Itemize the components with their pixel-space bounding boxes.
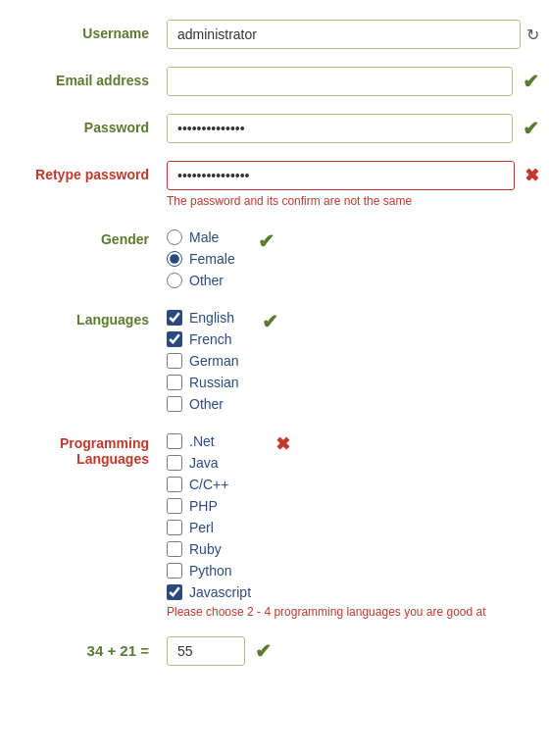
retype-password-input-wrapper: ✖ <box>167 161 539 190</box>
refresh-icon[interactable]: ↻ <box>526 25 539 44</box>
lang-german-item[interactable]: German <box>167 353 239 369</box>
retype-password-error: The password and its confirm are not the… <box>167 194 412 208</box>
email-label: Email address <box>10 67 167 88</box>
prog-javascript-item[interactable]: Javascript <box>167 584 251 600</box>
math-input[interactable] <box>167 636 245 666</box>
languages-label: Languages <box>10 306 167 328</box>
gender-check-icon: ✔ <box>258 229 274 253</box>
gender-other-radio[interactable] <box>167 273 182 288</box>
gender-row: Gender Male Female Other ✔ <box>10 226 539 288</box>
gender-other-item[interactable]: Other <box>167 273 235 288</box>
gender-other-label: Other <box>189 273 224 288</box>
lang-other-label: Other <box>189 396 224 412</box>
gender-row-inner: Male Female Other ✔ <box>167 226 539 288</box>
prog-languages-label: Programming Languages <box>10 429 167 467</box>
lang-english-label: English <box>189 310 234 326</box>
prog-perl-checkbox[interactable] <box>167 520 182 535</box>
gender-female-radio[interactable] <box>167 251 182 267</box>
password-content: ✔ <box>167 114 539 143</box>
retype-password-label: Retype password <box>10 161 167 182</box>
gender-content: Male Female Other ✔ <box>167 226 539 288</box>
email-check-icon: ✔ <box>523 70 539 93</box>
lang-russian-label: Russian <box>189 375 239 390</box>
prog-languages-x-col: ✖ <box>251 429 290 455</box>
prog-languages-checkbox-group: .Net Java C/C++ PHP Perl <box>167 429 251 600</box>
languages-row: Languages English French German Russia <box>10 306 539 412</box>
math-check-icon: ✔ <box>255 639 272 663</box>
math-content: ✔ <box>167 636 539 666</box>
lang-english-checkbox[interactable] <box>167 310 182 326</box>
email-row: Email address ✔ <box>10 67 539 96</box>
math-label: 34 + 21 = <box>10 636 167 659</box>
prog-javascript-checkbox[interactable] <box>167 584 182 600</box>
prog-java-checkbox[interactable] <box>167 455 182 471</box>
password-label: Password <box>10 114 167 135</box>
prog-ruby-label: Ruby <box>189 541 222 557</box>
prog-perl-item[interactable]: Perl <box>167 520 251 535</box>
prog-python-item[interactable]: Python <box>167 563 251 579</box>
prog-python-checkbox[interactable] <box>167 563 182 579</box>
prog-dotnet-checkbox[interactable] <box>167 433 182 449</box>
username-input-wrapper: ↻ <box>167 20 539 49</box>
retype-password-input[interactable] <box>167 161 515 190</box>
username-input[interactable] <box>167 20 521 49</box>
languages-check-col: ✔ <box>239 306 278 333</box>
lang-french-label: French <box>189 331 232 347</box>
email-input[interactable] <box>167 67 513 96</box>
gender-female-label: Female <box>189 251 235 267</box>
lang-russian-item[interactable]: Russian <box>167 375 239 390</box>
gender-male-label: Male <box>189 229 219 245</box>
gender-check-col: ✔ <box>235 226 274 253</box>
gender-male-radio[interactable] <box>167 229 182 245</box>
gender-label: Gender <box>10 226 167 247</box>
username-label: Username <box>10 20 167 41</box>
retype-password-x-icon: ✖ <box>524 165 539 186</box>
lang-russian-checkbox[interactable] <box>167 375 182 390</box>
languages-checkbox-group: English French German Russian Other <box>167 306 239 412</box>
prog-cpp-label: C/C++ <box>189 477 228 492</box>
lang-other-item[interactable]: Other <box>167 396 239 412</box>
prog-php-label: PHP <box>189 498 218 514</box>
password-input-wrapper: ✔ <box>167 114 539 143</box>
math-expression: 34 + 21 = <box>87 642 149 659</box>
retype-password-content: ✖ The password and its confirm are not t… <box>167 161 539 208</box>
prog-python-label: Python <box>189 563 232 579</box>
lang-french-checkbox[interactable] <box>167 331 182 347</box>
password-input[interactable] <box>167 114 513 143</box>
retype-password-row: Retype password ✖ The password and its c… <box>10 161 539 208</box>
lang-english-item[interactable]: English <box>167 310 239 326</box>
math-input-wrapper: ✔ <box>167 636 539 666</box>
lang-other-checkbox[interactable] <box>167 396 182 412</box>
username-content: ↻ <box>167 20 539 49</box>
prog-cpp-checkbox[interactable] <box>167 477 182 492</box>
lang-german-label: German <box>189 353 239 369</box>
prog-perl-label: Perl <box>189 520 214 535</box>
username-row: Username ↻ <box>10 20 539 49</box>
prog-java-item[interactable]: Java <box>167 455 251 471</box>
lang-german-checkbox[interactable] <box>167 353 182 369</box>
prog-php-checkbox[interactable] <box>167 498 182 514</box>
lang-french-item[interactable]: French <box>167 331 239 347</box>
prog-ruby-item[interactable]: Ruby <box>167 541 251 557</box>
prog-ruby-checkbox[interactable] <box>167 541 182 557</box>
math-row: 34 + 21 = ✔ <box>10 636 539 666</box>
prog-languages-row-inner: .Net Java C/C++ PHP Perl <box>167 429 539 600</box>
gender-radio-group: Male Female Other <box>167 226 235 288</box>
password-check-icon: ✔ <box>523 117 539 140</box>
gender-male-item[interactable]: Male <box>167 229 235 245</box>
languages-row-inner: English French German Russian Other <box>167 306 539 412</box>
prog-dotnet-label: .Net <box>189 433 215 449</box>
prog-languages-content: .Net Java C/C++ PHP Perl <box>167 429 539 619</box>
prog-javascript-label: Javascript <box>189 584 251 600</box>
gender-female-item[interactable]: Female <box>167 251 235 267</box>
prog-java-label: Java <box>189 455 219 471</box>
prog-php-item[interactable]: PHP <box>167 498 251 514</box>
prog-dotnet-item[interactable]: .Net <box>167 433 251 449</box>
languages-check-icon: ✔ <box>262 310 278 333</box>
prog-languages-x-icon: ✖ <box>275 433 290 455</box>
email-input-wrapper: ✔ <box>167 67 539 96</box>
prog-languages-row: Programming Languages .Net Java C/C++ <box>10 429 539 619</box>
email-content: ✔ <box>167 67 539 96</box>
password-row: Password ✔ <box>10 114 539 143</box>
prog-cpp-item[interactable]: C/C++ <box>167 477 251 492</box>
